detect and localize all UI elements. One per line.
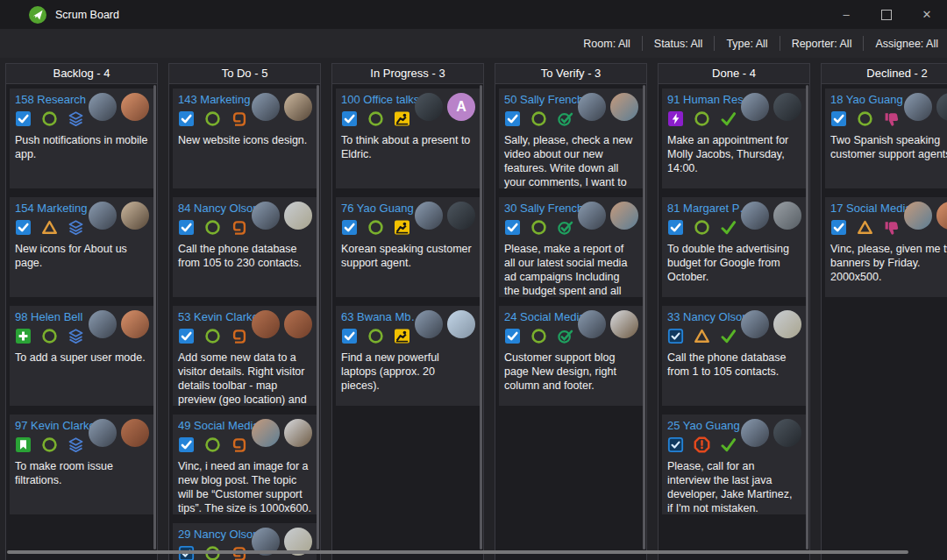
avatar bbox=[741, 310, 769, 338]
card-description: Call the phone database from 1 to 105 co… bbox=[667, 351, 801, 379]
filter-assignee[interactable]: Assignee: All bbox=[875, 38, 938, 50]
card[interactable]: 76 Yao GuangKorean speaking customer sup… bbox=[336, 197, 480, 297]
avatar bbox=[252, 310, 280, 338]
card-description: To think about a present to Eldric. bbox=[341, 133, 474, 161]
vertical-scrollbar-thumb[interactable] bbox=[480, 85, 482, 549]
card[interactable]: 158 Research …Push notifications in mobi… bbox=[10, 89, 153, 188]
status-inprogress-worker-icon bbox=[394, 328, 410, 344]
card-title-link[interactable]: 98 Helen Bell bbox=[15, 309, 82, 324]
avatar-letter: A bbox=[447, 93, 475, 121]
card-title-link[interactable]: 18 Yao Guang bbox=[830, 92, 903, 107]
card[interactable]: 33 Nancy OlsonCall the phone database fr… bbox=[662, 306, 806, 406]
avatar bbox=[415, 310, 443, 338]
filter-reporter[interactable]: Reporter: All bbox=[792, 38, 852, 50]
priority-normal-circle-icon bbox=[204, 328, 221, 344]
status-backlog-layers-icon bbox=[68, 436, 84, 453]
card[interactable]: 91 Human Res…Make an appointment for Mol… bbox=[662, 89, 806, 188]
task-checkbox-icon bbox=[504, 219, 521, 236]
card-title-link[interactable]: 76 Yao Guang bbox=[341, 201, 414, 216]
task-checkbox-icon bbox=[178, 436, 195, 453]
card[interactable]: 24 Social MediaCustomer support blog pag… bbox=[499, 306, 643, 406]
card-title-link[interactable]: 50 Sally French bbox=[504, 92, 583, 107]
avatar bbox=[121, 93, 149, 121]
card-title-link[interactable]: 154 Marketing … bbox=[15, 201, 99, 216]
card-title-link[interactable]: 143 Marketing … bbox=[178, 92, 262, 107]
filter-separator bbox=[863, 36, 864, 51]
card[interactable]: 97 Kevin ClarkeTo make room issue filtra… bbox=[10, 415, 153, 514]
card[interactable]: 84 Nancy OlsonCall the phone database fr… bbox=[173, 197, 317, 297]
card-title-link[interactable]: 49 Social Media bbox=[178, 418, 260, 433]
card-title-link[interactable]: 158 Research … bbox=[15, 92, 99, 107]
card-avatars bbox=[252, 202, 312, 230]
column-card-list: 18 Yao GuangTwo Spanish speaking custome… bbox=[822, 83, 947, 560]
avatar bbox=[447, 310, 475, 338]
avatar bbox=[773, 93, 801, 121]
maximize-button[interactable] bbox=[866, 0, 907, 29]
card[interactable]: 81 Margaret P…To double the advertising … bbox=[662, 197, 806, 297]
card[interactable]: 154 Marketing …New icons for About us pa… bbox=[10, 197, 153, 297]
card-avatars: A bbox=[415, 93, 475, 121]
card-title-link[interactable]: 91 Human Res… bbox=[667, 92, 751, 107]
task-checkbox-icon bbox=[341, 219, 358, 236]
priority-high-triangle-icon bbox=[694, 328, 710, 344]
avatar bbox=[89, 93, 117, 121]
card-title-link[interactable]: 84 Nancy Olson bbox=[178, 201, 260, 216]
app-logo-icon bbox=[29, 6, 46, 24]
status-todo-spiral-icon bbox=[231, 110, 247, 127]
column-header: In Progress - 3 bbox=[332, 64, 483, 84]
card[interactable]: 17 Social MediaVinc, please, given me tw… bbox=[825, 197, 947, 297]
kanban-board: Backlog - 4158 Research …Push notificati… bbox=[0, 58, 947, 560]
card-title-link[interactable]: 97 Kevin Clarke bbox=[15, 418, 96, 433]
card[interactable]: 30 Sally FrenchPlease, make a report of … bbox=[499, 197, 643, 297]
card-title-link[interactable]: 33 Nancy Olson bbox=[667, 309, 749, 324]
card-title-link[interactable]: 29 Nancy Olson bbox=[178, 527, 260, 542]
status-done-check-icon bbox=[720, 436, 737, 453]
card[interactable]: 29 Nancy OlsonSend me the list of our ne… bbox=[173, 523, 317, 560]
priority-normal-circle-icon bbox=[694, 110, 710, 127]
task-checkbox-icon bbox=[178, 219, 195, 236]
card[interactable]: 25 Yao GuangPlease, call for an intervie… bbox=[662, 415, 806, 514]
avatar bbox=[578, 310, 606, 338]
column-header: To Do - 5 bbox=[169, 64, 320, 84]
priority-normal-circle-icon bbox=[204, 219, 221, 236]
card-title-link[interactable]: 81 Margaret P… bbox=[667, 201, 751, 216]
filter-type[interactable]: Type: All bbox=[726, 38, 767, 50]
priority-normal-circle-icon bbox=[694, 219, 710, 236]
card[interactable]: 143 Marketing …New website icons design. bbox=[173, 89, 317, 188]
card[interactable]: 100 Office talksATo think about a presen… bbox=[336, 89, 480, 188]
horizontal-scrollbar-thumb[interactable] bbox=[7, 550, 908, 554]
card-title-link[interactable]: 53 Kevin Clarke bbox=[178, 309, 259, 324]
card-title-link[interactable]: 17 Social Media bbox=[830, 201, 912, 216]
avatar bbox=[252, 93, 280, 121]
filter-room[interactable]: Room: All bbox=[583, 38, 630, 50]
card-description: Korean speaking customer support agent. bbox=[341, 242, 474, 270]
avatar bbox=[121, 310, 149, 338]
avatar bbox=[741, 93, 769, 121]
vertical-scrollbar-thumb[interactable] bbox=[317, 85, 319, 549]
card-description: Call the phone database from 105 to 230 … bbox=[178, 242, 311, 270]
card-title-link[interactable]: 63 Bwana Mb… bbox=[341, 309, 423, 324]
card[interactable]: 63 Bwana Mb…Find a new powerful laptops … bbox=[336, 306, 480, 406]
close-button[interactable]: ✕ bbox=[907, 0, 947, 29]
minimize-button[interactable]: – bbox=[826, 0, 866, 29]
vertical-scrollbar-thumb[interactable] bbox=[806, 85, 808, 549]
filter-status[interactable]: Status: All bbox=[654, 38, 703, 50]
card-title-link[interactable]: 25 Yao Guang bbox=[667, 418, 740, 433]
card-title-link[interactable]: 24 Social Media bbox=[504, 309, 586, 324]
avatar bbox=[89, 310, 117, 338]
card[interactable]: 53 Kevin ClarkeAdd some new data to a vi… bbox=[173, 306, 317, 406]
card[interactable]: 18 Yao GuangTwo Spanish speaking custome… bbox=[825, 89, 947, 188]
card-avatars bbox=[252, 419, 312, 447]
avatar bbox=[610, 202, 638, 230]
card-avatars bbox=[741, 419, 801, 447]
vertical-scrollbar-thumb[interactable] bbox=[643, 85, 645, 549]
card-title-link[interactable]: 100 Office talks bbox=[341, 92, 419, 107]
avatar bbox=[773, 310, 801, 338]
card-title-link[interactable]: 30 Sally French bbox=[504, 201, 583, 216]
card[interactable]: 50 Sally FrenchSally, please, check a ne… bbox=[499, 89, 643, 188]
card[interactable]: 49 Social MediaVinc, i need an image for… bbox=[173, 415, 317, 514]
status-verify-check-circle-icon bbox=[557, 328, 573, 344]
avatar bbox=[252, 419, 280, 447]
vertical-scrollbar-thumb[interactable] bbox=[153, 85, 156, 549]
card[interactable]: 98 Helen BellTo add a super user mode. bbox=[10, 306, 153, 406]
